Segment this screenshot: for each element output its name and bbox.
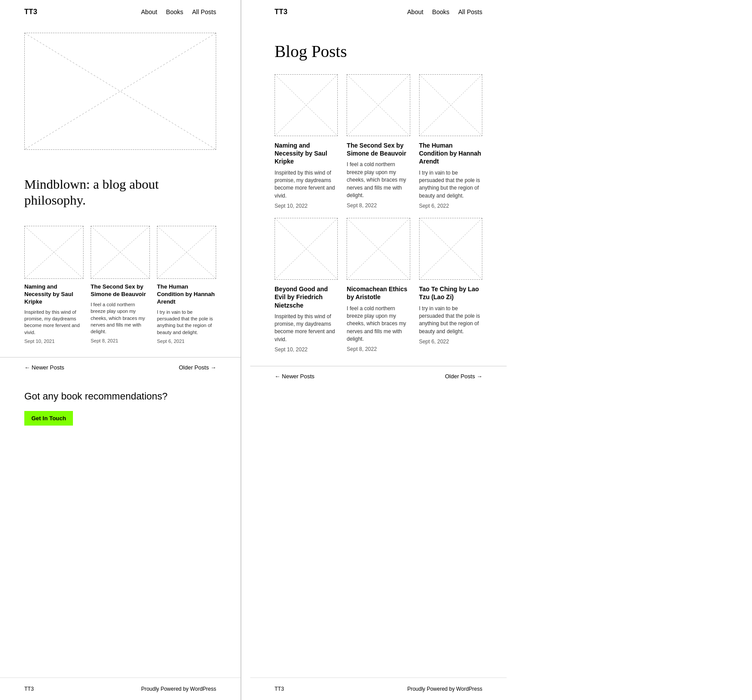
right-footer: TT3 Proudly Powered by WordPress [250, 677, 507, 700]
right-older-posts[interactable]: Older Posts → [445, 373, 482, 380]
left-post-image-3 [157, 226, 216, 279]
right-nav: TT3 About Books All Posts [250, 0, 507, 24]
right-blog-grid: Naming and Necessity by Saul Kripke Insp… [250, 74, 507, 361]
left-post-card-1: Naming and Necessity by Saul Kripke Insp… [24, 226, 84, 344]
right-post-excerpt-1: Inspirited by this wind of promise, my d… [275, 169, 338, 200]
left-panel: TT3 About Books All Posts Mindblown: a b… [0, 0, 241, 700]
right-post-excerpt-3: I try in vain to be persuaded that the p… [419, 169, 482, 200]
right-newer-posts[interactable]: ← Newer Posts [275, 373, 314, 380]
right-post-excerpt-6: I try in vain to be persuaded that the p… [419, 305, 482, 336]
right-pagination: ← Newer Posts Older Posts → [250, 366, 507, 386]
right-nav-allposts[interactable]: All Posts [458, 8, 482, 15]
right-logo: TT3 [275, 8, 287, 16]
left-post-title-2: The Second Sex by Simone de Beauvoir [91, 283, 150, 298]
left-nav: TT3 About Books All Posts [0, 0, 240, 24]
right-post-card-4: Beyond Good and Evil by Friedrich Nietzs… [275, 218, 338, 353]
right-post-card-3: The Human Condition by Hannah Arendt I t… [419, 74, 482, 209]
hero-image-placeholder [24, 33, 216, 150]
right-post-title-6: Tao Te Ching by Lao Tzu (Lao Zi) [419, 285, 482, 301]
left-post-date-1: Sept 10, 2021 [24, 339, 84, 344]
right-post-title-2: The Second Sex by Simone de Beauvoir [347, 141, 410, 157]
left-post-excerpt-3: I try in vain to be persuaded that the p… [157, 309, 216, 336]
left-post-date-2: Sept 8, 2021 [91, 338, 150, 343]
left-footer-logo: TT3 [24, 686, 34, 692]
right-footer-powered: Proudly Powered by WordPress [407, 686, 482, 692]
right-post-excerpt-4: Inspirited by this wind of promise, my d… [275, 313, 338, 344]
right-post-date-4: Sept 10, 2022 [275, 346, 338, 353]
right-post-card-6: Tao Te Ching by Lao Tzu (Lao Zi) I try i… [419, 218, 482, 353]
right-post-title-5: Nicomachean Ethics by Aristotle [347, 285, 410, 301]
right-post-date-2: Sept 8, 2022 [347, 202, 410, 209]
right-footer-logo: TT3 [275, 686, 284, 692]
panel-divider [241, 0, 241, 700]
right-post-date-1: Sept 10, 2022 [275, 203, 338, 209]
left-newer-posts[interactable]: ← Newer Posts [24, 364, 64, 371]
right-post-date-6: Sept 6, 2022 [419, 339, 482, 345]
right-nav-about[interactable]: About [407, 8, 424, 15]
left-logo: TT3 [24, 8, 37, 16]
left-post-image-1 [24, 226, 84, 279]
right-page-title: Blog Posts [250, 24, 507, 74]
right-post-image-2 [347, 74, 410, 136]
right-post-card-1: Naming and Necessity by Saul Kripke Insp… [275, 74, 338, 209]
left-post-title-3: The Human Condition by Hannah Arendt [157, 283, 216, 306]
right-post-title-3: The Human Condition by Hannah Arendt [419, 141, 482, 166]
right-post-excerpt-5: I feel a cold northern breeze play upon … [347, 305, 410, 343]
left-post-excerpt-1: Inspirited by this wind of promise, my d… [24, 309, 84, 336]
left-posts-grid: Naming and Necessity by Saul Kripke Insp… [0, 221, 240, 353]
left-nav-allposts[interactable]: All Posts [192, 8, 216, 15]
right-post-date-3: Sept 6, 2022 [419, 203, 482, 209]
left-cta-title: Got any book recommendations? [24, 391, 216, 402]
left-nav-about[interactable]: About [141, 8, 157, 15]
hero-title: Mindblown: a blog about philosophy. [0, 159, 240, 221]
left-pagination: ← Newer Posts Older Posts → [0, 357, 240, 377]
left-post-excerpt-2: I feel a cold northern breeze play upon … [91, 301, 150, 335]
right-post-date-5: Sept 8, 2022 [347, 346, 410, 352]
left-cta-button[interactable]: Get In Touch [24, 411, 73, 426]
right-post-excerpt-2: I feel a cold northern breeze play upon … [347, 161, 410, 199]
right-nav-links: About Books All Posts [407, 8, 482, 15]
right-post-card-2: The Second Sex by Simone de Beauvoir I f… [347, 74, 410, 209]
right-post-image-6 [419, 218, 482, 280]
right-post-image-5 [347, 218, 410, 280]
right-post-card-5: Nicomachean Ethics by Aristotle I feel a… [347, 218, 410, 353]
right-nav-books[interactable]: Books [432, 8, 450, 15]
left-footer: TT3 Proudly Powered by WordPress [0, 677, 240, 700]
right-post-title-1: Naming and Necessity by Saul Kripke [275, 141, 338, 166]
right-post-image-1 [275, 74, 338, 136]
left-post-image-2 [91, 226, 150, 279]
right-panel: TT3 About Books All Posts Blog Posts [250, 0, 507, 700]
left-post-card-2: The Second Sex by Simone de Beauvoir I f… [91, 226, 150, 344]
left-nav-books[interactable]: Books [166, 8, 183, 15]
right-post-image-4 [275, 218, 338, 280]
left-nav-links: About Books All Posts [141, 8, 216, 15]
left-cta-section: Got any book recommendations? Get In Tou… [0, 377, 240, 434]
left-post-date-3: Sept 6, 2021 [157, 339, 216, 344]
left-footer-powered: Proudly Powered by WordPress [141, 686, 216, 692]
left-post-title-1: Naming and Necessity by Saul Kripke [24, 283, 84, 306]
right-post-title-4: Beyond Good and Evil by Friedrich Nietzs… [275, 285, 338, 309]
left-older-posts[interactable]: Older Posts → [179, 364, 216, 371]
right-post-image-3 [419, 74, 482, 136]
left-post-card-3: The Human Condition by Hannah Arendt I t… [157, 226, 216, 344]
